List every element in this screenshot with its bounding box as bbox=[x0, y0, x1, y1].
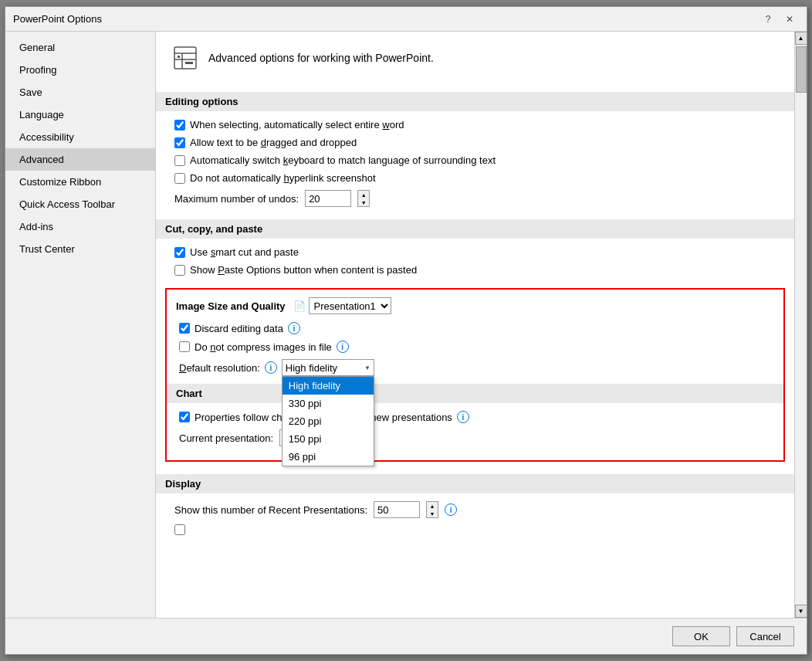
resolution-label: Default resolution: bbox=[179, 362, 260, 374]
checkbox-quick-access-recent[interactable] bbox=[174, 524, 185, 535]
checkbox-no-hyperlink[interactable] bbox=[174, 173, 185, 184]
resolution-option-330[interactable]: 330 ppi bbox=[283, 395, 374, 412]
option-discard-editing: Discard editing data i bbox=[176, 322, 774, 334]
resolution-dropdown-container: High fidelity ▼ High fidelity 330 ppi 22… bbox=[282, 359, 374, 376]
dialog-title: PowerPoint Options bbox=[13, 13, 102, 25]
scrollbar: ▲ ▼ bbox=[794, 32, 807, 618]
editing-options-header: Editing options bbox=[156, 92, 794, 111]
recent-pres-label: Show this number of Recent Presentations… bbox=[174, 504, 367, 516]
max-undos-label: Maximum number of undos: bbox=[174, 193, 299, 205]
spin-down-btn[interactable]: ▼ bbox=[358, 198, 369, 206]
resolution-info-icon[interactable]: i bbox=[265, 361, 277, 374]
option-auto-select-word: When selecting, automatically select ent… bbox=[171, 119, 779, 131]
recent-spin-down[interactable]: ▼ bbox=[427, 510, 438, 517]
sidebar-item-advanced[interactable]: Advanced bbox=[5, 148, 155, 171]
presentation-dropdown: 📄 Presentation1 bbox=[293, 297, 391, 314]
checkbox-discard-editing[interactable] bbox=[179, 323, 190, 334]
cut-copy-paste-header: Cut, copy, and paste bbox=[156, 219, 794, 239]
checkbox-auto-select-word[interactable] bbox=[174, 120, 185, 131]
close-button[interactable]: ✕ bbox=[780, 12, 799, 27]
max-undos-row: Maximum number of undos: ▲ ▼ bbox=[171, 190, 779, 207]
option-smart-cut: Use smart cut and paste bbox=[171, 246, 779, 258]
max-undos-input[interactable] bbox=[305, 190, 351, 207]
sidebar-item-language[interactable]: Language bbox=[5, 103, 155, 126]
label-keyboard-language: Automatically switch keyboard to match l… bbox=[190, 154, 496, 166]
option-no-hyperlink: Do not automatically hyperlink screensho… bbox=[171, 172, 779, 184]
resolution-row: Default resolution: i High fidelity ▼ Hi… bbox=[176, 359, 774, 376]
recent-pres-input[interactable] bbox=[374, 501, 420, 518]
dialog-body: General Proofing Save Language Accessibi… bbox=[5, 32, 807, 618]
sidebar-item-customize-ribbon[interactable]: Customize Ribbon bbox=[5, 171, 155, 193]
resolution-option-220[interactable]: 220 ppi bbox=[283, 412, 374, 430]
option-paste-options: Show Paste Options button when content i… bbox=[171, 264, 779, 276]
option-drag-drop: Allow text to be dragged and dropped bbox=[171, 137, 779, 148]
checkbox-keyboard-language[interactable] bbox=[174, 155, 185, 166]
current-pres-label: Current presentation: bbox=[179, 432, 273, 444]
option-no-compress: Do not compress images in file i bbox=[176, 341, 774, 353]
svg-rect-5 bbox=[185, 62, 193, 64]
option-keyboard-language: Automatically switch keyboard to match l… bbox=[171, 154, 779, 166]
spin-up-btn[interactable]: ▲ bbox=[358, 191, 369, 198]
sidebar: General Proofing Save Language Accessibi… bbox=[5, 32, 156, 618]
cut-copy-paste-section: Cut, copy, and paste Use smart cut and p… bbox=[171, 219, 779, 276]
settings-icon bbox=[171, 44, 199, 72]
image-quality-header: Image Size and Quality 📄 Presentation1 bbox=[176, 297, 774, 314]
properties-info-icon[interactable]: i bbox=[457, 411, 469, 423]
option-quick-access-recent bbox=[171, 524, 779, 535]
page-header-text: Advanced options for working with PowerP… bbox=[208, 52, 434, 64]
label-drag-drop: Allow text to be dragged and dropped bbox=[190, 137, 357, 148]
image-quality-label: Image Size and Quality bbox=[176, 300, 286, 312]
editing-options-section: Editing options When selecting, automati… bbox=[171, 92, 779, 207]
chart-subsection: Chart Properties follow chart data point… bbox=[176, 384, 774, 446]
display-section: Display Show this number of Recent Prese… bbox=[171, 474, 779, 535]
recent-info-icon[interactable]: i bbox=[445, 503, 457, 516]
resolution-dropdown-arrow: ▼ bbox=[364, 364, 370, 371]
powerpoint-options-dialog: PowerPoint Options ? ✕ General Proofing … bbox=[5, 6, 807, 655]
sidebar-item-addins[interactable]: Add-ins bbox=[5, 215, 155, 238]
discard-info-icon[interactable]: i bbox=[288, 322, 300, 334]
sidebar-item-proofing[interactable]: Proofing bbox=[5, 59, 155, 81]
checkbox-no-compress[interactable] bbox=[179, 341, 190, 352]
checkbox-drag-drop[interactable] bbox=[174, 137, 185, 148]
sidebar-item-quick-access[interactable]: Quick Access Toolbar bbox=[5, 193, 155, 215]
help-button[interactable]: ? bbox=[759, 12, 777, 27]
scroll-down-btn[interactable]: ▼ bbox=[795, 605, 807, 618]
resolution-option-high-fidelity[interactable]: High fidelity bbox=[283, 377, 374, 395]
content-area: Advanced options for working with PowerP… bbox=[156, 32, 794, 618]
resolution-dropdown-menu: High fidelity 330 ppi 220 ppi 150 ppi 96… bbox=[282, 376, 374, 466]
compress-info-icon[interactable]: i bbox=[337, 341, 349, 353]
option-properties-follow: Properties follow chart data point for a… bbox=[176, 411, 774, 423]
title-bar-left: PowerPoint Options bbox=[13, 13, 102, 25]
recent-spin-up[interactable]: ▲ bbox=[427, 502, 438, 510]
sidebar-item-save[interactable]: Save bbox=[5, 81, 155, 103]
label-discard-editing: Discard editing data bbox=[195, 323, 283, 334]
sidebar-item-accessibility[interactable]: Accessibility bbox=[5, 126, 155, 148]
label-no-compress: Do not compress images in file bbox=[195, 341, 332, 353]
current-pres-row: Current presentation: bbox=[176, 429, 774, 446]
checkbox-properties-follow[interactable] bbox=[179, 412, 190, 422]
checkbox-paste-options[interactable] bbox=[174, 265, 185, 276]
recent-pres-row: Show this number of Recent Presentations… bbox=[171, 501, 779, 518]
label-smart-cut: Use smart cut and paste bbox=[190, 246, 299, 258]
dialog-footer: OK Cancel bbox=[5, 618, 807, 654]
recent-pres-spinner: ▲ ▼ bbox=[426, 501, 438, 518]
checkbox-smart-cut[interactable] bbox=[174, 247, 185, 258]
presentation-select[interactable]: Presentation1 bbox=[309, 297, 391, 314]
title-bar-controls: ? ✕ bbox=[759, 12, 799, 27]
scroll-thumb[interactable] bbox=[796, 46, 807, 93]
resolution-option-96[interactable]: 96 ppi bbox=[283, 448, 374, 466]
ok-button[interactable]: OK bbox=[672, 626, 730, 646]
content-scroll-wrap: Advanced options for working with PowerP… bbox=[156, 32, 807, 618]
title-bar: PowerPoint Options ? ✕ bbox=[5, 7, 807, 32]
resolution-dropdown-btn[interactable]: High fidelity ▼ bbox=[282, 359, 374, 376]
sidebar-item-trust-center[interactable]: Trust Center bbox=[5, 238, 155, 260]
sidebar-item-general[interactable]: General bbox=[5, 36, 155, 59]
scroll-up-btn[interactable]: ▲ bbox=[795, 32, 807, 45]
label-auto-select-word: When selecting, automatically select ent… bbox=[190, 119, 404, 131]
page-header: Advanced options for working with PowerP… bbox=[171, 44, 779, 78]
display-header: Display bbox=[156, 474, 794, 493]
cancel-button[interactable]: Cancel bbox=[736, 626, 794, 646]
chart-header: Chart bbox=[167, 384, 783, 403]
resolution-option-150[interactable]: 150 ppi bbox=[283, 430, 374, 448]
svg-rect-4 bbox=[178, 56, 180, 58]
